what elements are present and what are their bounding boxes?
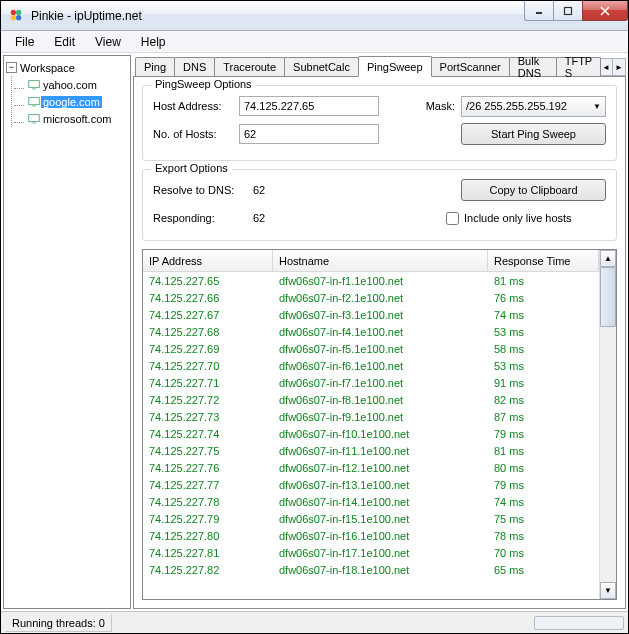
table-row[interactable]: 74.125.227.71dfw06s07-in-f7.1e100.net91 … <box>143 374 599 391</box>
cell-hostname: dfw06s07-in-f4.1e100.net <box>273 326 488 338</box>
include-live-input[interactable] <box>446 212 459 225</box>
tree-item-label: yahoo.com <box>41 79 99 91</box>
scroll-track[interactable] <box>600 267 616 582</box>
table-row[interactable]: 74.125.227.77dfw06s07-in-f13.1e100.net79… <box>143 476 599 493</box>
close-button[interactable] <box>582 1 628 21</box>
copy-clipboard-button[interactable]: Copy to Clipboard <box>461 179 606 201</box>
collapse-icon[interactable]: − <box>6 62 17 73</box>
statusbar: Running threads: 0 <box>1 611 628 633</box>
cell-ip: 74.125.227.81 <box>143 547 273 559</box>
main-panel: PingDNSTracerouteSubnetCalcPingSweepPort… <box>133 55 626 609</box>
cell-response-time: 58 ms <box>488 343 599 355</box>
resolve-dns-value: 62 <box>253 184 303 196</box>
maximize-button[interactable] <box>553 1 583 21</box>
tree-item-label: microsoft.com <box>41 113 113 125</box>
menu-edit[interactable]: Edit <box>46 33 83 51</box>
cell-ip: 74.125.227.78 <box>143 496 273 508</box>
cell-hostname: dfw06s07-in-f11.1e100.net <box>273 445 488 457</box>
table-row[interactable]: 74.125.227.79dfw06s07-in-f15.1e100.net75… <box>143 510 599 527</box>
table-row[interactable]: 74.125.227.82dfw06s07-in-f18.1e100.net65… <box>143 561 599 578</box>
mask-select[interactable]: /26 255.255.255.192 ▼ <box>461 96 606 117</box>
cell-response-time: 80 ms <box>488 462 599 474</box>
table-row[interactable]: 74.125.227.69dfw06s07-in-f5.1e100.net58 … <box>143 340 599 357</box>
scroll-down-button[interactable]: ▼ <box>600 582 616 599</box>
svg-point-1 <box>16 9 21 14</box>
table-row[interactable]: 74.125.227.65dfw06s07-in-f1.1e100.net81 … <box>143 272 599 289</box>
cell-hostname: dfw06s07-in-f10.1e100.net <box>273 428 488 440</box>
cell-response-time: 87 ms <box>488 411 599 423</box>
host-icon <box>26 95 41 109</box>
table-row[interactable]: 74.125.227.73dfw06s07-in-f9.1e100.net87 … <box>143 408 599 425</box>
menu-file[interactable]: File <box>7 33 42 51</box>
cell-ip: 74.125.227.73 <box>143 411 273 423</box>
cell-response-time: 65 ms <box>488 564 599 576</box>
tab-pingsweep[interactable]: PingSweep <box>358 56 432 77</box>
table-row[interactable]: 74.125.227.74dfw06s07-in-f10.1e100.net79… <box>143 425 599 442</box>
tab-bulk dns[interactable]: Bulk DNS <box>509 57 557 76</box>
tab-scroll-left[interactable]: ◄ <box>599 58 613 76</box>
table-row[interactable]: 74.125.227.70dfw06s07-in-f6.1e100.net53 … <box>143 357 599 374</box>
table-row[interactable]: 74.125.227.78dfw06s07-in-f14.1e100.net74… <box>143 493 599 510</box>
host-address-label: Host Address: <box>153 100 239 112</box>
results-table: IP Address Hostname Response Time 74.125… <box>142 249 617 600</box>
tabstrip: PingDNSTracerouteSubnetCalcPingSweepPort… <box>133 55 626 77</box>
tab-scroll-right[interactable]: ► <box>612 58 626 76</box>
table-row[interactable]: 74.125.227.75dfw06s07-in-f11.1e100.net81… <box>143 442 599 459</box>
col-response-time[interactable]: Response Time <box>488 250 599 271</box>
svg-rect-13 <box>32 122 36 123</box>
col-ip[interactable]: IP Address <box>143 250 273 271</box>
tab-portscanner[interactable]: PortScanner <box>431 57 510 76</box>
cell-hostname: dfw06s07-in-f15.1e100.net <box>273 513 488 525</box>
status-progressbar <box>534 616 624 630</box>
cell-ip: 74.125.227.75 <box>143 445 273 457</box>
app-icon <box>9 8 25 24</box>
tab-subnetcalc[interactable]: SubnetCalc <box>284 57 359 76</box>
start-ping-sweep-button[interactable]: Start Ping Sweep <box>461 123 606 145</box>
tree-root[interactable]: − Workspace <box>6 59 128 76</box>
svg-rect-5 <box>565 7 572 14</box>
scroll-up-button[interactable]: ▲ <box>600 250 616 267</box>
cell-response-time: 53 ms <box>488 360 599 372</box>
include-live-checkbox[interactable]: Include only live hosts <box>446 212 606 225</box>
tab-traceroute[interactable]: Traceroute <box>214 57 285 76</box>
cell-ip: 74.125.227.70 <box>143 360 273 372</box>
tree-item[interactable]: google.com <box>12 93 128 110</box>
cell-hostname: dfw06s07-in-f12.1e100.net <box>273 462 488 474</box>
table-row[interactable]: 74.125.227.67dfw06s07-in-f3.1e100.net74 … <box>143 306 599 323</box>
cell-response-time: 81 ms <box>488 445 599 457</box>
table-row[interactable]: 74.125.227.68dfw06s07-in-f4.1e100.net53 … <box>143 323 599 340</box>
cell-response-time: 75 ms <box>488 513 599 525</box>
tab-ping[interactable]: Ping <box>135 57 175 76</box>
table-row[interactable]: 74.125.227.66dfw06s07-in-f2.1e100.net76 … <box>143 289 599 306</box>
menubar: File Edit View Help <box>1 31 628 53</box>
cell-ip: 74.125.227.67 <box>143 309 273 321</box>
pingsweep-options-legend: PingSweep Options <box>151 78 256 90</box>
cell-ip: 74.125.227.68 <box>143 326 273 338</box>
scroll-thumb[interactable] <box>600 267 616 327</box>
cell-response-time: 70 ms <box>488 547 599 559</box>
svg-point-3 <box>16 15 21 20</box>
menu-view[interactable]: View <box>87 33 129 51</box>
host-icon <box>26 78 41 92</box>
host-address-input[interactable] <box>239 96 379 116</box>
table-row[interactable]: 74.125.227.81dfw06s07-in-f17.1e100.net70… <box>143 544 599 561</box>
tree-item[interactable]: yahoo.com <box>12 76 128 93</box>
window-title: Pinkie - ipUptime.net <box>31 9 525 23</box>
col-hostname[interactable]: Hostname <box>273 250 488 271</box>
no-hosts-input[interactable] <box>239 124 379 144</box>
tree-item[interactable]: microsoft.com <box>12 110 128 127</box>
vertical-scrollbar[interactable]: ▲ ▼ <box>599 250 616 599</box>
table-row[interactable]: 74.125.227.72dfw06s07-in-f8.1e100.net82 … <box>143 391 599 408</box>
cell-ip: 74.125.227.72 <box>143 394 273 406</box>
menu-help[interactable]: Help <box>133 33 174 51</box>
status-threads: Running threads: 0 <box>5 614 112 632</box>
cell-response-time: 79 ms <box>488 428 599 440</box>
table-row[interactable]: 74.125.227.80dfw06s07-in-f16.1e100.net78… <box>143 527 599 544</box>
svg-rect-10 <box>28 97 39 104</box>
tab-dns[interactable]: DNS <box>174 57 215 76</box>
table-row[interactable]: 74.125.227.76dfw06s07-in-f12.1e100.net80… <box>143 459 599 476</box>
minimize-button[interactable] <box>524 1 554 21</box>
tab-tftp s[interactable]: TFTP S <box>556 57 601 76</box>
svg-rect-9 <box>32 88 36 89</box>
titlebar[interactable]: Pinkie - ipUptime.net <box>1 1 628 31</box>
